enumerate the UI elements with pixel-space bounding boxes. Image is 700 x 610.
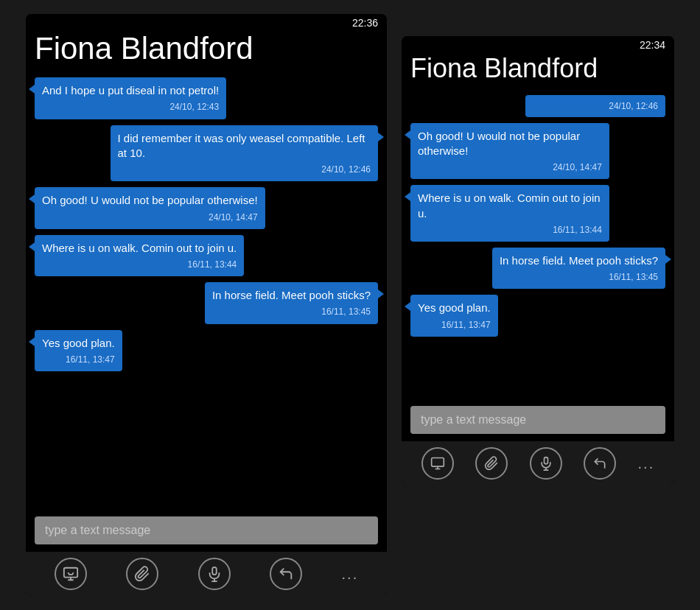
right-status-bar: 22:34 (402, 36, 674, 54)
message-bubble-incoming: And I hope u put diseal in not petrol! 2… (35, 77, 226, 119)
message-bubble-incoming: Oh good! U would not be popular otherwis… (410, 123, 609, 180)
svg-rect-9 (544, 458, 547, 464)
left-status-bar: 22:36 (26, 14, 387, 32)
message-row: And I hope u put diseal in not petrol! 2… (35, 77, 378, 119)
message-timestamp: 24/10, 12:46 (609, 101, 658, 111)
message-timestamp: 24/10, 14:47 (418, 161, 602, 173)
message-timestamp: 24/10, 12:46 (118, 164, 371, 175)
more-options-button[interactable]: ... (638, 455, 655, 472)
message-row: Oh good! U would not be popular otherwis… (35, 187, 378, 228)
left-time: 22:36 (352, 17, 378, 29)
message-bubble-incoming: Yes good plan. 16/11, 13:47 (35, 330, 122, 371)
input-placeholder-text: type a text message (421, 413, 526, 426)
message-text: Where is u on walk. Comin out to join u. (418, 192, 601, 219)
message-text: And I hope u put diseal in not petrol! (42, 84, 219, 97)
left-messages-area: And I hope u put diseal in not petrol! 2… (26, 71, 387, 509)
message-text: Oh good! U would not be popular otherwis… (418, 130, 580, 157)
message-text: In horse field. Meet pooh sticks? (500, 254, 658, 267)
left-text-input-area: type a text message (26, 509, 387, 552)
microphone-icon[interactable] (530, 447, 562, 480)
message-row: Yes good plan. 16/11, 13:47 (35, 330, 378, 371)
message-timestamp: 16/11, 13:47 (42, 354, 115, 365)
input-placeholder-text: type a text message (45, 524, 150, 536)
message-text: Where is u on walk. Comin out to join u. (42, 242, 237, 254)
svg-rect-3 (212, 567, 217, 575)
left-contact-name: Fiona Blandford (26, 32, 387, 71)
microphone-icon[interactable] (198, 558, 231, 590)
right-time: 22:34 (640, 39, 665, 51)
right-phone: 22:34 Fiona Blandford 24/10, 12:46 Oh go… (402, 36, 674, 485)
message-row: I did remember it was only weasel compat… (35, 125, 378, 182)
message-bubble-incoming: Where is u on walk. Comin out to join u.… (35, 235, 244, 276)
right-messages-area: 24/10, 12:46 Oh good! U would not be pop… (402, 89, 674, 399)
emoji-icon[interactable] (55, 558, 87, 590)
send-icon[interactable] (584, 447, 616, 480)
right-text-input-area: type a text message (402, 399, 674, 441)
message-bubble-outgoing: I did remember it was only weasel compat… (111, 125, 378, 182)
message-text: In horse field. Meet pooh sticks? (212, 289, 371, 301)
message-bubble-outgoing: In horse field. Meet pooh sticks? 16/11,… (205, 282, 378, 323)
attachment-icon[interactable] (475, 447, 508, 480)
message-row: 24/10, 12:46 (410, 95, 665, 117)
message-timestamp: 16/11, 13:45 (500, 271, 658, 283)
message-timestamp: 16/11, 13:45 (212, 306, 371, 318)
message-timestamp: 16/11, 13:44 (418, 224, 602, 236)
message-timestamp: 16/11, 13:47 (418, 319, 491, 331)
emoji-icon[interactable] (421, 447, 454, 480)
attachment-icon[interactable] (126, 558, 158, 590)
left-toolbar: ... (26, 552, 387, 596)
message-text: Oh good! U would not be popular otherwis… (42, 194, 258, 206)
message-bubble-outgoing: In horse field. Meet pooh sticks? 16/11,… (492, 248, 665, 289)
message-timestamp: 24/10, 14:47 (42, 211, 258, 223)
message-bubble-outgoing: 24/10, 12:46 (525, 95, 665, 117)
left-phone: 22:36 Fiona Blandford And I hope u put d… (26, 14, 387, 596)
right-toolbar: ... (402, 441, 674, 485)
message-timestamp: 16/11, 13:44 (42, 259, 237, 270)
message-row: Where is u on walk. Comin out to join u.… (35, 235, 378, 276)
message-text: Yes good plan. (42, 337, 115, 349)
left-message-input[interactable]: type a text message (35, 516, 378, 544)
message-timestamp: 24/10, 12:43 (42, 101, 219, 113)
message-row: In horse field. Meet pooh sticks? 16/11,… (35, 282, 378, 323)
right-message-input[interactable]: type a text message (410, 406, 665, 434)
svg-rect-6 (431, 458, 444, 467)
message-row: Yes good plan. 16/11, 13:47 (410, 295, 665, 336)
message-bubble-incoming: Oh good! U would not be popular otherwis… (35, 187, 265, 228)
message-row: Oh good! U would not be popular otherwis… (410, 123, 665, 180)
message-text: Yes good plan. (418, 301, 491, 314)
svg-rect-0 (64, 568, 77, 578)
right-contact-name: Fiona Blandford (402, 54, 674, 89)
send-icon[interactable] (270, 558, 302, 590)
message-row: Where is u on walk. Comin out to join u.… (410, 185, 665, 242)
message-text: I did remember it was only weasel compat… (118, 132, 365, 159)
message-bubble-incoming: Where is u on walk. Comin out to join u.… (410, 185, 609, 242)
message-row: In horse field. Meet pooh sticks? 16/11,… (410, 248, 665, 289)
message-bubble-incoming: Yes good plan. 16/11, 13:47 (410, 295, 498, 336)
more-options-button[interactable]: ... (342, 566, 359, 583)
